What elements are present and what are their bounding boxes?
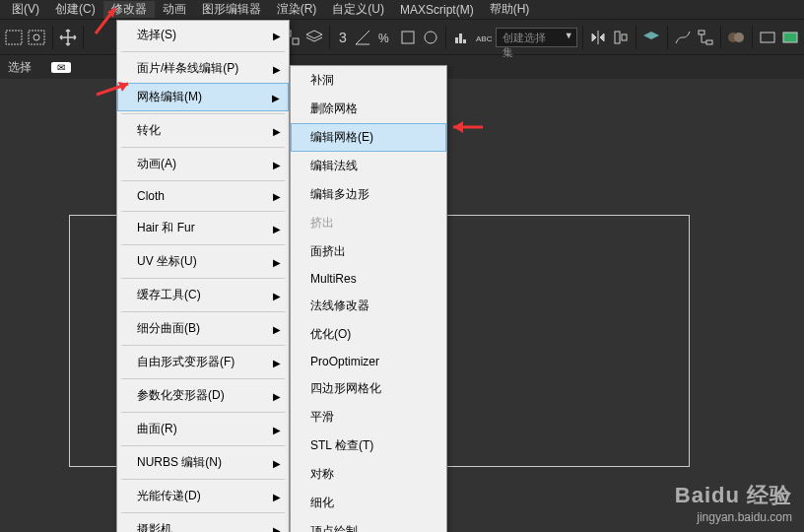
svg-rect-10: [463, 39, 466, 43]
menu-shape-editor[interactable]: 图形编辑器: [194, 1, 269, 18]
select-badge-icon[interactable]: ✉: [51, 62, 71, 73]
modifier-menu-item[interactable]: 网格编辑(M)▶: [117, 83, 289, 111]
menu-separator: [121, 445, 285, 446]
submenu-arrow-icon: ▶: [273, 424, 281, 434]
layers-icon[interactable]: [641, 25, 662, 50]
mesh-edit-item[interactable]: ProOptimizer: [291, 349, 446, 374]
submenu-arrow-icon: ▶: [273, 191, 281, 202]
modifier-menu-item[interactable]: 光能传递(D)▶: [117, 482, 289, 510]
modifier-menu-item[interactable]: 缓存工具(C)▶: [117, 281, 289, 309]
modifier-menu-item[interactable]: 曲面(R)▶: [117, 415, 289, 443]
mesh-edit-item[interactable]: 删除网格: [291, 95, 446, 123]
svg-rect-13: [622, 34, 627, 40]
render-setup-icon[interactable]: [757, 25, 777, 50]
svg-rect-1: [29, 31, 44, 44]
separator: [667, 26, 668, 49]
spinner-icon[interactable]: [420, 25, 440, 50]
svg-rect-14: [699, 31, 704, 34]
menu-separator: [121, 147, 285, 148]
modifier-menu-item[interactable]: 自由形式变形器(F)▶: [117, 348, 289, 376]
modifier-menu-item[interactable]: 摄影机▶: [117, 515, 289, 532]
modifier-menu: 选择(S)▶面片/样条线编辑(P)▶网格编辑(M)▶转化▶动画(A)▶Cloth…: [116, 20, 290, 532]
watermark: Baidu 经验 jingyan.baidu.com: [675, 481, 792, 524]
menu-help[interactable]: 帮助(H): [482, 1, 538, 18]
layer-icon[interactable]: [304, 25, 325, 50]
menu-view[interactable]: 图(V): [4, 1, 47, 18]
schematic-icon[interactable]: [695, 25, 715, 50]
abc-icon[interactable]: ABC: [474, 25, 495, 50]
snap-grid-icon[interactable]: [397, 25, 418, 50]
menu-maxscript[interactable]: MAXScript(M): [392, 3, 482, 17]
submenu-arrow-icon: ▶: [273, 256, 281, 267]
svg-rect-19: [783, 33, 797, 42]
menu-separator: [121, 211, 285, 212]
material-icon[interactable]: [726, 25, 747, 50]
modifier-menu-item[interactable]: 参数化变形器(D)▶: [117, 381, 289, 410]
svg-rect-18: [761, 33, 774, 42]
three-label: 3: [335, 30, 351, 45]
separator: [582, 26, 583, 49]
watermark-brand: Baidu 经验: [675, 481, 792, 510]
modifier-menu-item[interactable]: Cloth▶: [117, 183, 289, 209]
svg-point-2: [34, 34, 39, 40]
submenu-arrow-icon: ▶: [273, 223, 281, 233]
modifier-menu-item[interactable]: UV 坐标(U)▶: [117, 247, 289, 276]
modifier-menu-item[interactable]: 转化▶: [117, 116, 289, 145]
submenu-arrow-icon: ▶: [273, 159, 281, 169]
mesh-edit-item[interactable]: 对称: [291, 460, 446, 489]
mesh-edit-item[interactable]: 四边形网格化: [291, 374, 446, 403]
mesh-edit-item[interactable]: 面挤出: [291, 237, 446, 266]
menu-separator: [121, 113, 285, 114]
submenu-arrow-icon: ▶: [273, 323, 281, 334]
select-label: 选择: [8, 59, 32, 76]
svg-text:ABC: ABC: [476, 34, 493, 43]
select-rect-icon[interactable]: [4, 25, 25, 50]
snap-percent-icon[interactable]: %: [375, 25, 396, 50]
mesh-edit-item[interactable]: 编辑网格(E): [291, 123, 446, 152]
mirror-icon[interactable]: [588, 25, 609, 50]
submenu-arrow-icon: ▶: [273, 357, 281, 367]
menu-animation[interactable]: 动画: [155, 1, 194, 18]
modifier-menu-item[interactable]: NURBS 编辑(N)▶: [117, 448, 289, 477]
menu-render[interactable]: 渲染(R): [269, 1, 325, 18]
modifier-menu-item[interactable]: 细分曲面(B)▶: [117, 314, 289, 343]
menu-separator: [121, 180, 285, 181]
svg-rect-9: [459, 33, 462, 43]
mesh-edit-item[interactable]: MultiRes: [291, 266, 446, 292]
separator: [752, 26, 753, 49]
mesh-edit-item[interactable]: 编辑法线: [291, 152, 446, 180]
menu-customize[interactable]: 自定义(U): [324, 1, 392, 18]
separator: [83, 26, 84, 49]
mesh-edit-item[interactable]: STL 检查(T): [291, 432, 446, 460]
snap-angle-icon[interactable]: [353, 25, 373, 50]
mesh-edit-item[interactable]: 优化(O): [291, 320, 446, 349]
modifier-menu-item[interactable]: 动画(A)▶: [117, 150, 289, 178]
separator: [636, 26, 636, 49]
modifier-menu-item[interactable]: 选择(S)▶: [117, 21, 289, 49]
move-icon[interactable]: [57, 25, 78, 50]
menu-separator: [121, 412, 285, 413]
chart-icon[interactable]: [451, 25, 472, 50]
menu-separator: [121, 378, 285, 379]
annotation-arrow: [94, 6, 123, 39]
menu-separator: [121, 311, 285, 312]
mesh-edit-item[interactable]: 平滑: [291, 403, 446, 432]
select-circle-icon[interactable]: [27, 25, 47, 50]
render-icon[interactable]: [779, 25, 800, 50]
mesh-edit-item[interactable]: 补洞: [291, 66, 446, 95]
modifier-menu-item[interactable]: 面片/样条线编辑(P)▶: [117, 54, 289, 83]
submenu-arrow-icon: ▶: [273, 125, 281, 136]
menu-separator: [121, 345, 285, 346]
svg-rect-0: [6, 31, 22, 44]
mesh-edit-item[interactable]: 顶点绘制: [291, 517, 446, 532]
curve-editor-icon[interactable]: [672, 25, 693, 50]
align2-icon[interactable]: [610, 25, 631, 50]
mesh-edit-item[interactable]: 细化: [291, 489, 446, 517]
mesh-edit-item[interactable]: 法线修改器: [291, 292, 446, 320]
menu-separator: [121, 479, 285, 480]
svg-rect-4: [293, 38, 299, 44]
selection-set-dropdown[interactable]: 创建选择集: [496, 28, 576, 47]
mesh-edit-item[interactable]: 编辑多边形: [291, 180, 446, 209]
modifier-menu-item[interactable]: Hair 和 Fur▶: [117, 214, 289, 242]
submenu-arrow-icon: ▶: [273, 390, 281, 401]
